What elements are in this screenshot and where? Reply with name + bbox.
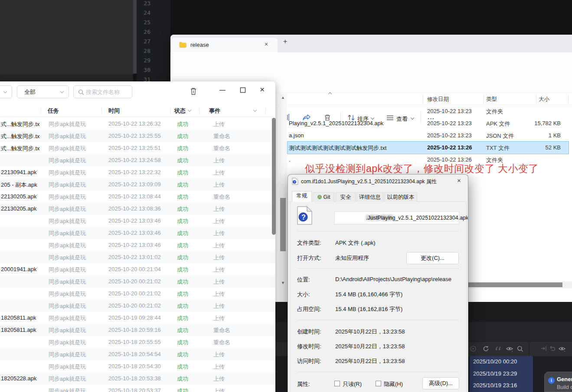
- filter-dropdown-all[interactable]: 全部: [17, 85, 69, 98]
- column-header-status[interactable]: 状态: [174, 107, 186, 115]
- log-time: 2025-10-22 13:24:58: [108, 157, 161, 163]
- git-history-date[interactable]: 2025/10/19 23:16: [473, 382, 517, 389]
- log-task: 同步apk就是玩: [49, 302, 86, 310]
- log-row[interactable]: 18205811.apk同步apk就是玩2025-10-18 20:59:16成…: [0, 324, 275, 336]
- log-time: 2025-10-18 20:53:38: [108, 375, 161, 382]
- panel-divider[interactable]: [533, 356, 534, 392]
- log-row[interactable]: 同步apk就是玩2025-10-20 00:21:02成功上传: [0, 275, 275, 288]
- play-icon[interactable]: [470, 346, 476, 352]
- search-icon[interactable]: [517, 346, 523, 352]
- log-row[interactable]: 18205811.apk同步apk就是玩2025-10-19 09:28:44成…: [0, 312, 275, 324]
- column-header-type[interactable]: 类型: [486, 96, 497, 103]
- file-name-field[interactable]: .JustPlaying_v2.5.1_20251022132304.apk: [334, 211, 459, 224]
- annotation-text: 似乎没检测到apk改变了，修改时间改变了 大小变了: [305, 162, 539, 175]
- log-row[interactable]: 同步apk就是玩2025-10-20 00:21:02成功上传: [0, 300, 275, 312]
- column-header-task[interactable]: 任务: [48, 107, 59, 115]
- chevron-down-icon[interactable]: [188, 108, 191, 112]
- log-row[interactable]: 同步apk就是玩2025-10-22 13:03:46成功上传: [0, 239, 275, 251]
- log-row[interactable]: 同步apk就是玩2025-10-20 00:21:02成功上传: [0, 288, 275, 300]
- chevron-down-icon[interactable]: [253, 108, 257, 112]
- log-event: 上传: [213, 242, 225, 249]
- column-header-event[interactable]: 事件: [209, 107, 220, 115]
- column-header-time[interactable]: 时间: [108, 107, 120, 115]
- dialog-close-icon[interactable]: ×: [457, 177, 461, 184]
- log-row[interactable]: 同步apk就是玩2025-10-22 13:03:46成功上传: [0, 227, 275, 239]
- notification-popup[interactable]: i Gener Build c: [544, 372, 572, 392]
- log-time: 2025-10-22 13:22:32: [108, 169, 161, 175]
- log-row[interactable]: 205 - 副本.apk同步apk就是玩2025-10-22 13:09:09成…: [0, 178, 275, 191]
- file-name: 测试测试测试测试测试测试触发同步.txt: [289, 144, 419, 152]
- quote-icon[interactable]: [495, 346, 501, 351]
- log-row[interactable]: 22130205.apk同步apk就是玩2025-10-22 13:08:36成…: [0, 203, 275, 215]
- column-header-date[interactable]: 修改日期: [427, 96, 449, 103]
- log-event: 上传: [213, 205, 225, 213]
- eye-icon[interactable]: [506, 346, 513, 352]
- tab-general[interactable]: 常规: [292, 191, 312, 202]
- log-row[interactable]: 20001941.apk同步apk就是玩2025-10-20 00:21:04成…: [0, 263, 275, 275]
- advanced-button[interactable]: 高级(D)...: [422, 377, 459, 389]
- change-button[interactable]: 更改(C)...: [406, 252, 459, 264]
- search-box[interactable]: [73, 85, 132, 98]
- tab-security[interactable]: 安全: [336, 192, 356, 202]
- column-divider[interactable]: [423, 95, 423, 104]
- scrollbar-thumb[interactable]: [272, 118, 276, 235]
- file-row[interactable]: 测试测试测试测试测试测试触发同步.txt2025-10-22 13:26TXT …: [288, 142, 569, 154]
- git-history-date[interactable]: 2025/10/20 00:20: [473, 358, 517, 365]
- log-row[interactable]: 同步apk就是玩2025-10-22 13:24:58成功上传: [0, 154, 275, 166]
- scroll-up-icon[interactable]: ▲: [281, 95, 285, 100]
- log-task: 同步apk就是玩: [49, 387, 86, 392]
- file-date: 2025-10-22 13:23: [427, 108, 472, 114]
- file-row[interactable]: a.json2025-10-22 13:23JSON 文件1 KB: [288, 130, 569, 142]
- log-row[interactable]: 18205228.apk同步apk就是玩2025-10-18 20:53:38成…: [0, 373, 275, 385]
- explorer-tab-release[interactable]: release ×: [171, 38, 278, 52]
- filter-dropdown-left[interactable]: [0, 85, 12, 98]
- tab-git[interactable]: Git: [313, 192, 334, 202]
- refresh-icon[interactable]: [483, 346, 489, 352]
- log-row[interactable]: 同步apk就是玩2025-10-22 13:03:46成功上传: [0, 215, 275, 227]
- editor-scrollbar[interactable]: [133, 0, 137, 74]
- tab-details[interactable]: 详细信息: [356, 192, 383, 202]
- tab-close-icon[interactable]: ×: [265, 41, 268, 48]
- scroll-down-icon[interactable]: ▼: [281, 281, 285, 285]
- log-event: 上传: [213, 181, 225, 189]
- minimize-button[interactable]: [219, 87, 226, 94]
- column-divider[interactable]: [484, 95, 484, 104]
- close-button[interactable]: ×: [260, 85, 265, 94]
- file-row[interactable]: Playing_v2.5.1_20251022132304.apk2025-10…: [288, 117, 569, 130]
- maximize-button[interactable]: [239, 87, 246, 94]
- log-file-name: 18205811.apk: [1, 327, 40, 333]
- hidden-label[interactable]: 隐藏(H): [384, 380, 403, 388]
- log-task: 同步apk就是玩: [49, 266, 86, 274]
- tab-previous-versions[interactable]: 以前的版本: [384, 192, 417, 202]
- clear-log-icon[interactable]: [190, 87, 197, 95]
- log-row[interactable]: 22130941.apk同步apk就是玩2025-10-22 13:22:32成…: [0, 166, 275, 178]
- scrollbar-thumb[interactable]: [280, 198, 286, 251]
- jump-to-source-icon[interactable]: [541, 346, 547, 351]
- log-row[interactable]: 式...触发同步.txt同步apk就是玩2025-10-22 13:25:51成…: [0, 142, 275, 154]
- column-divider[interactable]: [536, 95, 536, 104]
- undo-icon[interactable]: [549, 346, 555, 351]
- readonly-checkbox[interactable]: [334, 381, 340, 386]
- file-row[interactable]: 2025-10-22 13:23文件夹: [288, 105, 569, 117]
- git-history-date[interactable]: 2025/10/19 23:29: [473, 370, 517, 377]
- new-tab-button[interactable]: +: [283, 38, 287, 45]
- log-row[interactable]: 式...触发同步.txt同步apk就是玩2025-10-22 13:26:32成…: [0, 118, 275, 130]
- line-number: 26: [137, 27, 150, 37]
- column-header-size[interactable]: 大小: [539, 96, 549, 103]
- log-row[interactable]: 式...触发同步.txt同步apk就是玩2025-10-22 13:25:55成…: [0, 130, 275, 142]
- log-row[interactable]: 同步apk就是玩2025-10-22 13:01:02成功上传: [0, 251, 275, 263]
- log-row[interactable]: 22130205.apk同步apk就是玩2025-10-22 13:08:44成…: [0, 191, 275, 203]
- search-input[interactable]: [86, 86, 129, 97]
- log-row[interactable]: 同步apk就是玩2025-10-18 20:55:55成功重命名: [0, 336, 275, 348]
- hidden-checkbox[interactable]: [376, 381, 381, 386]
- log-event: 上传: [213, 387, 225, 392]
- log-task: 同步apk就是玩: [49, 363, 86, 371]
- readonly-label[interactable]: 只读(R): [343, 380, 362, 388]
- log-time: 2025-10-18 20:54:30: [108, 363, 161, 369]
- eye-icon[interactable]: [558, 346, 566, 352]
- horizontal-scrollbar-thumb[interactable]: [464, 282, 562, 287]
- log-row[interactable]: 同步apk就是玩2025-10-18 20:53:37成功上传: [0, 385, 275, 392]
- column-divider[interactable]: [568, 95, 569, 104]
- log-row[interactable]: 同步apk就是玩2025-10-18 20:54:54成功上传: [0, 348, 275, 360]
- log-row[interactable]: 同步apk就是玩2025-10-18 20:54:30成功上传: [0, 360, 275, 373]
